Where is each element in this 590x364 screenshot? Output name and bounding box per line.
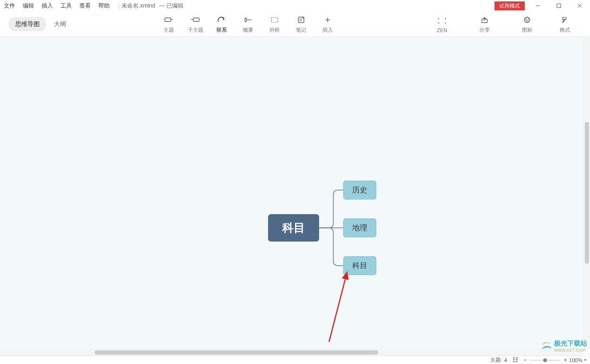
svg-point-19 [526, 19, 526, 19]
close-button[interactable] [569, 0, 590, 11]
tool-insert[interactable]: 插入 [314, 14, 341, 34]
toolbar: 思维导图 大纲 主题 子主题 联系 概要 外框 笔记 插入 [0, 11, 590, 37]
menu-bar: 文件 编辑 插入 工具 查看 帮助 [0, 0, 113, 11]
tool-relation[interactable]: 联系 [208, 14, 235, 34]
v-scroll-thumb[interactable] [585, 122, 589, 264]
notes-icon [288, 14, 314, 26]
zoom-slider[interactable] [529, 358, 562, 363]
emoji-icon [515, 14, 539, 26]
svg-point-18 [524, 17, 530, 23]
annotation-arrow [324, 269, 353, 344]
outline-toggle-icon[interactable] [512, 357, 519, 364]
tool-format[interactable]: 格式 [553, 14, 577, 34]
tool-icons[interactable]: 图标 [515, 14, 539, 34]
menu-tools[interactable]: 工具 [57, 2, 76, 10]
boundary-icon [261, 14, 288, 26]
menu-insert[interactable]: 插入 [38, 2, 57, 10]
share-icon [473, 14, 496, 26]
title-bar: 文件 编辑 插入 工具 查看 帮助 | 未命名.xmind — 已编辑 试用模式 [0, 0, 590, 11]
svg-point-20 [528, 19, 529, 19]
svg-rect-10 [271, 17, 278, 22]
menu-edit[interactable]: 编辑 [19, 2, 38, 10]
svg-line-22 [329, 272, 347, 342]
watermark-logo-icon [541, 340, 552, 352]
subtopic-icon [182, 14, 208, 26]
window-controls [528, 0, 590, 11]
topic-icon [156, 14, 182, 26]
horizontal-scrollbar[interactable] [0, 349, 583, 355]
insert-icon [314, 14, 341, 26]
tool-topic[interactable]: 主题 [156, 14, 182, 34]
child-node-1[interactable]: 历史 [343, 181, 376, 199]
menu-file[interactable]: 文件 [0, 2, 19, 10]
menu-help[interactable]: 帮助 [95, 2, 113, 10]
tab-mindmap[interactable]: 思维导图 [9, 17, 46, 31]
canvas[interactable]: 科目 历史 地理 科目 [0, 37, 583, 349]
zoom-controls: − + 100% ▾ [523, 356, 586, 364]
tool-share[interactable]: 分享 [473, 14, 496, 34]
connectors [0, 37, 583, 349]
file-name: 未命名.xmind [121, 2, 155, 10]
zoom-dropdown-icon[interactable]: ▾ [584, 358, 586, 362]
h-scroll-thumb[interactable] [95, 350, 378, 355]
tool-notes[interactable]: 笔记 [288, 14, 314, 34]
vertical-scrollbar[interactable] [583, 37, 590, 349]
watermark-brand: 极光下载站 [554, 340, 587, 347]
svg-rect-1 [557, 4, 561, 8]
tool-summary[interactable]: 概要 [235, 14, 261, 34]
root-node[interactable]: 科目 [268, 214, 319, 242]
status-bar: 主题: 4 − + 100% ▾ [0, 355, 590, 364]
zen-icon [430, 15, 454, 26]
svg-point-24 [543, 358, 547, 362]
tool-subtopic[interactable]: 子主题 [182, 14, 208, 34]
summary-icon [235, 14, 261, 26]
zoom-in-button[interactable]: + [564, 356, 567, 364]
format-icon [553, 14, 577, 26]
tool-zen[interactable]: ZEN [430, 15, 454, 33]
file-state: — 已编辑 [159, 2, 183, 10]
child-node-2[interactable]: 地理 [343, 218, 376, 237]
topic-count-label: 主题: [490, 356, 502, 364]
watermark: 极光下载站 www.xz7.com [541, 340, 587, 353]
svg-rect-6 [193, 18, 200, 22]
relation-icon [208, 14, 235, 26]
zoom-value[interactable]: 100% [569, 357, 582, 363]
tool-boundary[interactable]: 外框 [261, 14, 288, 34]
tab-outline[interactable]: 大纲 [54, 20, 66, 28]
menu-view[interactable]: 查看 [76, 2, 95, 10]
trial-badge[interactable]: 试用模式 [495, 1, 525, 10]
minimize-button[interactable] [528, 0, 548, 11]
title-area: | 未命名.xmind — 已编辑 [113, 2, 495, 10]
maximize-button[interactable] [548, 0, 569, 11]
watermark-url: www.xz7.com [554, 347, 587, 353]
topic-count-value: 4 [504, 357, 507, 363]
svg-rect-4 [165, 18, 171, 22]
zoom-out-button[interactable]: − [523, 356, 527, 364]
